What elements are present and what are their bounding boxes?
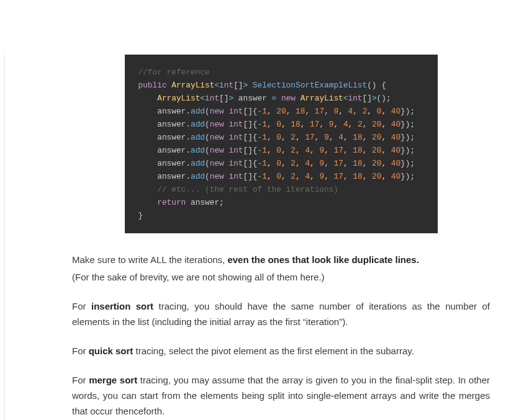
p2-text-a: For	[72, 301, 91, 311]
paragraph-merge-sort: For merge sort tracing, you may assume t…	[72, 372, 490, 419]
type-arraylist: ArrayList	[171, 81, 214, 90]
code-row: answer.add(new int[]{-1, 20, 18, 17, 9, …	[138, 107, 415, 116]
func-name: SelectionSortExampleList	[253, 81, 367, 90]
var-answer: answer	[191, 198, 219, 207]
document-body: //for reference public ArrayList<int[]> …	[4, 55, 511, 420]
code-comment-etc: // etc... (the rest of the iterations)	[157, 185, 338, 194]
paragraph-insertion-sort: For insertion sort tracing, you should h…	[72, 298, 490, 329]
p4-text-a: For	[72, 375, 89, 385]
var-answer: answer	[238, 94, 267, 103]
code-row: answer.add(new int[]{-1, 0, 2, 4, 9, 17,…	[138, 146, 415, 155]
p1-text-a: Make sure to write ALL the iterations,	[72, 254, 227, 265]
kw-int: int	[205, 94, 219, 103]
code-row: answer.add(new int[]{-1, 0, 18, 17, 9, 4…	[138, 120, 415, 129]
type-arraylist: ArrayList	[301, 94, 343, 103]
kw-int: int	[219, 81, 233, 90]
kw-new: new	[281, 94, 296, 103]
p3-text-a: For	[72, 346, 89, 356]
code-row: answer.add(new int[]{-1, 0, 2, 4, 9, 17,…	[138, 172, 415, 181]
p3-text-bold: quick sort	[89, 346, 133, 356]
kw-int: int	[348, 94, 363, 103]
p1-text-bold: even the ones that look like duplicate l…	[227, 254, 418, 265]
code-comment: //for reference	[138, 68, 210, 77]
kw-public: public	[138, 81, 167, 90]
p4-text-bold: merge sort	[89, 375, 137, 385]
p3-text-c: tracing, select the pivot element as the…	[133, 346, 414, 356]
code-row: answer.add(new int[]{-1, 0, 2, 4, 9, 17,…	[138, 159, 415, 168]
p1-subnote: (For the sake of brevity, we are not sho…	[72, 269, 490, 285]
code-row: answer.add(new int[]{-1, 0, 2, 17, 9, 4,…	[138, 133, 415, 142]
paragraph-all-iterations: Make sure to write ALL the iterations, e…	[72, 252, 490, 285]
paragraph-quick-sort: For quick sort tracing, select the pivot…	[72, 343, 490, 359]
kw-return: return	[157, 198, 186, 207]
code-block: //for reference public ArrayList<int[]> …	[125, 55, 438, 233]
type-arraylist: ArrayList	[157, 94, 200, 103]
p2-text-bold: insertion sort	[91, 301, 153, 311]
